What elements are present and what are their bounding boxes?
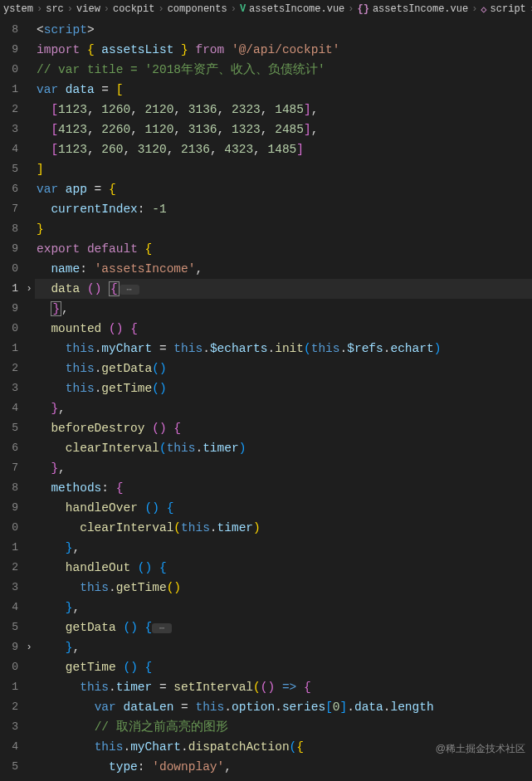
fold-toggle[interactable] bbox=[23, 80, 35, 100]
code-line[interactable]: clearInterval(this.timer) bbox=[35, 438, 532, 458]
code-line[interactable]: ] bbox=[35, 159, 532, 179]
code-line[interactable]: this.getTime() bbox=[35, 378, 532, 398]
fold-toggle[interactable] bbox=[23, 179, 35, 199]
fold-toggle[interactable] bbox=[23, 359, 35, 378]
line-number[interactable]: 2 bbox=[0, 100, 23, 120]
code-line[interactable]: this.getData() bbox=[35, 359, 532, 378]
code-line[interactable]: name: 'assetsIncome', bbox=[35, 259, 532, 279]
line-number[interactable]: 1 bbox=[0, 538, 23, 558]
code-line[interactable]: var dataLen = this.option.series[0].data… bbox=[35, 697, 532, 717]
line-number[interactable]: 8 bbox=[0, 219, 23, 239]
fold-toggle[interactable] bbox=[23, 657, 35, 677]
line-number[interactable]: 0 bbox=[0, 259, 23, 279]
code-line[interactable]: <script> bbox=[35, 20, 532, 40]
line-number[interactable]: 5 bbox=[0, 757, 23, 777]
code-line[interactable]: methods: { bbox=[35, 478, 532, 498]
code-editor[interactable]: 89012345678901901234567890123459012345 ›… bbox=[0, 18, 532, 781]
code-line[interactable]: beforeDestroy () { bbox=[35, 418, 532, 438]
line-number[interactable]: 2 bbox=[0, 697, 23, 717]
fold-toggle[interactable] bbox=[23, 259, 35, 279]
line-number[interactable]: 1 bbox=[0, 677, 23, 697]
line-number[interactable]: 4 bbox=[0, 737, 23, 757]
fold-toggle[interactable] bbox=[23, 598, 35, 617]
crumb[interactable]: view bbox=[76, 3, 100, 15]
code-line[interactable]: }, bbox=[35, 637, 532, 657]
crumb-symbol[interactable]: script bbox=[491, 3, 526, 15]
code-line[interactable]: this.getTime() bbox=[35, 578, 532, 598]
line-number[interactable]: 9 bbox=[0, 498, 23, 518]
fold-toggle[interactable] bbox=[23, 40, 35, 60]
fold-toggle[interactable] bbox=[23, 757, 35, 777]
code-line[interactable]: export default { bbox=[35, 239, 532, 259]
line-number[interactable]: 3 bbox=[0, 378, 23, 398]
code-line[interactable]: this.timer = setInterval(() => { bbox=[35, 677, 532, 697]
line-number[interactable]: 8 bbox=[0, 20, 23, 40]
line-number[interactable]: 0 bbox=[0, 60, 23, 80]
crumb[interactable]: ystem bbox=[3, 3, 33, 15]
line-number[interactable]: 4 bbox=[0, 398, 23, 418]
code-line[interactable]: this.myChart = this.$echarts.init(this.$… bbox=[35, 339, 532, 359]
fold-toggle[interactable] bbox=[23, 219, 35, 239]
line-number[interactable]: 3 bbox=[0, 717, 23, 737]
fold-toggle[interactable] bbox=[23, 697, 35, 717]
line-number[interactable]: 7 bbox=[0, 199, 23, 219]
line-number[interactable]: 1 bbox=[0, 339, 23, 359]
crumb[interactable]: src bbox=[46, 3, 64, 15]
line-number[interactable]: 9 bbox=[0, 637, 23, 657]
fold-toggle[interactable] bbox=[23, 239, 35, 259]
code-line[interactable]: }, bbox=[35, 299, 532, 319]
fold-toggle[interactable] bbox=[23, 538, 35, 558]
line-number[interactable]: 5 bbox=[0, 617, 23, 637]
code-line[interactable]: getData () { ⋯ bbox=[35, 617, 532, 637]
fold-toggle[interactable] bbox=[23, 120, 35, 139]
crumb-symbol[interactable]: assetsIncome.vue bbox=[373, 3, 468, 15]
crumb[interactable]: cockpit bbox=[113, 3, 154, 15]
line-number[interactable]: 9 bbox=[0, 40, 23, 60]
code-line[interactable]: clearInterval(this.timer) bbox=[35, 518, 532, 538]
fold-toggle[interactable] bbox=[23, 478, 35, 498]
line-number[interactable]: 3 bbox=[0, 578, 23, 598]
fold-toggle[interactable] bbox=[23, 438, 35, 458]
line-number[interactable]: 6 bbox=[0, 179, 23, 199]
code-line[interactable]: // var title = '2018年资产、收入、负债统计' bbox=[35, 60, 532, 80]
fold-toggle[interactable] bbox=[23, 578, 35, 598]
code-line[interactable]: var data = [ bbox=[35, 80, 532, 100]
fold-toggle[interactable] bbox=[23, 737, 35, 757]
code-line[interactable]: import { assetsList } from '@/api/cockpi… bbox=[35, 40, 532, 60]
code-line[interactable]: data () { ⋯ bbox=[35, 279, 532, 299]
line-number[interactable]: 0 bbox=[0, 518, 23, 538]
code-line[interactable]: getTime () { bbox=[35, 657, 532, 677]
fold-toggle[interactable]: › bbox=[23, 637, 35, 657]
line-number[interactable]: 2 bbox=[0, 359, 23, 378]
line-number[interactable]: 0 bbox=[0, 657, 23, 677]
fold-toggle[interactable] bbox=[23, 677, 35, 697]
fold-toggle[interactable] bbox=[23, 299, 35, 319]
fold-toggle[interactable] bbox=[23, 498, 35, 518]
line-number[interactable]: 0 bbox=[0, 319, 23, 339]
fold-toggle[interactable] bbox=[23, 60, 35, 80]
fold-toggle[interactable] bbox=[23, 518, 35, 538]
breadcrumb[interactable]: ystem › src › view › cockpit › component… bbox=[0, 0, 532, 18]
line-number[interactable]: 1 bbox=[0, 279, 23, 299]
line-number[interactable]: 2 bbox=[0, 558, 23, 578]
line-number[interactable]: 1 bbox=[0, 80, 23, 100]
fold-toggle[interactable] bbox=[23, 717, 35, 737]
code-line[interactable]: // 取消之前高亮的图形 bbox=[35, 717, 532, 737]
line-number[interactable]: 4 bbox=[0, 598, 23, 617]
code-line[interactable]: seriesIndex: 0, bbox=[35, 777, 532, 781]
code-line[interactable]: mounted () { bbox=[35, 319, 532, 339]
fold-toggle[interactable] bbox=[23, 20, 35, 40]
code-line[interactable]: } bbox=[35, 219, 532, 239]
fold-toggle[interactable] bbox=[23, 617, 35, 637]
line-number[interactable]: 6 bbox=[0, 438, 23, 458]
line-number[interactable]: 9 bbox=[0, 299, 23, 319]
fold-toggle[interactable] bbox=[23, 319, 35, 339]
code-line[interactable]: [1123, 260, 3120, 2136, 4323, 1485] bbox=[35, 139, 532, 159]
code-line[interactable]: handleOver () { bbox=[35, 498, 532, 518]
code-line[interactable]: var app = { bbox=[35, 179, 532, 199]
code-line[interactable]: type: 'downplay', bbox=[35, 757, 532, 777]
code-line[interactable]: }, bbox=[35, 538, 532, 558]
fold-toggle[interactable] bbox=[23, 418, 35, 438]
line-number[interactable]: 7 bbox=[0, 458, 23, 478]
fold-toggle[interactable] bbox=[23, 159, 35, 179]
